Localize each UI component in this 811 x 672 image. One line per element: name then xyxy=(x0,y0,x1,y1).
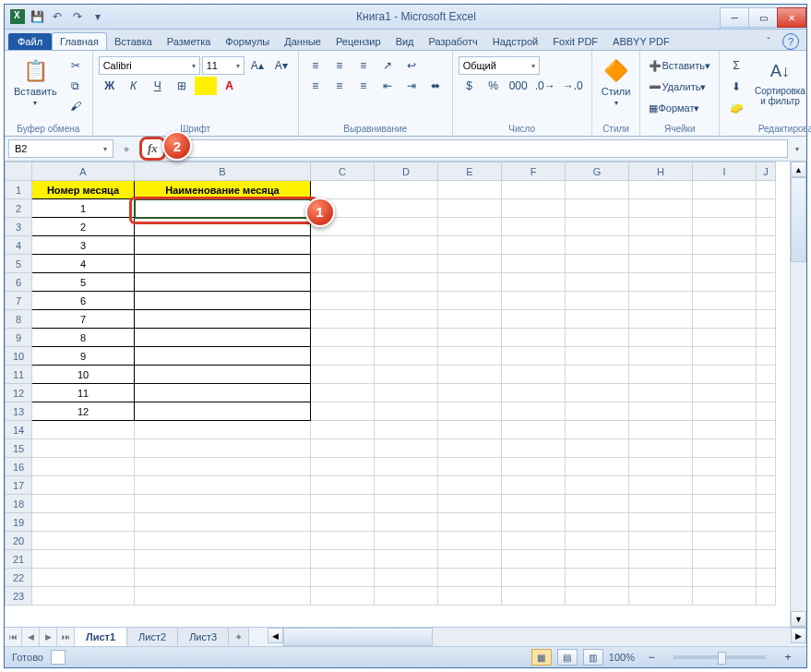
font-size-combo[interactable]: 11▾ xyxy=(202,56,244,75)
cell-J9[interactable] xyxy=(757,329,776,347)
cell-G19[interactable] xyxy=(566,513,629,532)
cell-J22[interactable] xyxy=(757,569,776,587)
cell-G18[interactable] xyxy=(566,495,629,513)
cell-H15[interactable] xyxy=(629,439,693,458)
cell-D11[interactable] xyxy=(375,366,438,384)
cell-J11[interactable] xyxy=(757,366,776,384)
cell-J10[interactable] xyxy=(757,347,776,366)
cell-C13[interactable] xyxy=(311,402,375,421)
cell-F3[interactable] xyxy=(502,218,566,236)
tab-developer[interactable]: Разработч xyxy=(422,33,485,50)
zoom-level[interactable]: 100% xyxy=(609,652,635,663)
cell-G13[interactable] xyxy=(566,402,629,421)
cell-C17[interactable] xyxy=(311,476,375,495)
percent-button[interactable]: % xyxy=(483,77,505,95)
cell-A1[interactable]: Номер месяца xyxy=(32,181,135,199)
cell-A17[interactable] xyxy=(32,476,135,495)
cell-C14[interactable] xyxy=(311,421,375,439)
cell-H23[interactable] xyxy=(629,587,693,606)
font-name-combo[interactable]: Calibri▾ xyxy=(99,56,200,75)
cell-I11[interactable] xyxy=(693,366,757,384)
cell-B3[interactable] xyxy=(135,218,311,236)
cell-H20[interactable] xyxy=(629,532,693,550)
insert-cells-button[interactable]: ➕ Вставить ▾ xyxy=(646,56,713,75)
currency-button[interactable]: $ xyxy=(459,77,481,95)
row-header-19[interactable]: 19 xyxy=(6,513,32,532)
cell-G17[interactable] xyxy=(566,476,629,495)
increase-decimal-button[interactable]: .0→ xyxy=(532,77,558,95)
cell-G7[interactable] xyxy=(566,292,629,310)
copy-button[interactable]: ⧉ xyxy=(65,77,87,95)
tab-addins[interactable]: Надстрой xyxy=(485,33,545,50)
align-right-button[interactable]: ≡ xyxy=(352,77,375,95)
cell-F10[interactable] xyxy=(502,347,566,366)
cell-D22[interactable] xyxy=(375,569,438,587)
cell-J5[interactable] xyxy=(757,255,776,273)
cell-F9[interactable] xyxy=(502,329,566,347)
number-format-combo[interactable]: Общий▾ xyxy=(459,56,540,75)
cell-A5[interactable]: 4 xyxy=(32,255,135,273)
cell-F23[interactable] xyxy=(502,587,566,606)
cell-E5[interactable] xyxy=(438,255,502,273)
cell-J18[interactable] xyxy=(757,495,776,513)
cell-B19[interactable] xyxy=(135,513,311,532)
row-header-2[interactable]: 2 xyxy=(6,199,32,218)
select-all-corner[interactable] xyxy=(6,162,32,181)
help-icon[interactable]: ? xyxy=(782,33,799,50)
cell-B8[interactable] xyxy=(135,310,311,329)
cell-J2[interactable] xyxy=(757,199,776,218)
cell-E7[interactable] xyxy=(438,292,502,310)
cell-B2[interactable] xyxy=(135,199,311,218)
cell-I10[interactable] xyxy=(693,347,757,366)
cell-I12[interactable] xyxy=(693,384,757,402)
cell-H17[interactable] xyxy=(629,476,693,495)
qat-redo[interactable]: ↷ xyxy=(69,8,86,25)
cell-C6[interactable] xyxy=(311,273,375,292)
sheet-nav-prev[interactable]: ◀ xyxy=(22,628,40,646)
cell-E20[interactable] xyxy=(438,532,502,550)
hscroll-thumb[interactable] xyxy=(283,628,433,646)
qat-undo[interactable]: ↶ xyxy=(49,8,66,25)
row-header-6[interactable]: 6 xyxy=(6,273,32,292)
cell-D15[interactable] xyxy=(375,439,438,458)
decrease-font-button[interactable]: A▾ xyxy=(270,56,292,75)
cell-D2[interactable] xyxy=(375,199,438,218)
row-header-20[interactable]: 20 xyxy=(6,532,32,550)
cell-D14[interactable] xyxy=(375,421,438,439)
sheet-nav-next[interactable]: ▶ xyxy=(40,628,57,646)
cell-H6[interactable] xyxy=(629,273,693,292)
decrease-decimal-button[interactable]: →.0 xyxy=(560,77,586,95)
cell-G23[interactable] xyxy=(566,587,629,606)
cell-F2[interactable] xyxy=(502,199,566,218)
qat-save[interactable]: 💾 xyxy=(29,8,45,25)
row-header-17[interactable]: 17 xyxy=(6,476,32,495)
cell-J20[interactable] xyxy=(757,532,776,550)
row-header-21[interactable]: 21 xyxy=(6,550,32,569)
cell-D1[interactable] xyxy=(375,181,438,199)
cell-C12[interactable] xyxy=(311,384,375,402)
cell-H5[interactable] xyxy=(629,255,693,273)
align-bottom-button[interactable]: ≡ xyxy=(352,56,375,75)
cell-A18[interactable] xyxy=(32,495,135,513)
cell-G15[interactable] xyxy=(566,439,629,458)
cell-F13[interactable] xyxy=(502,402,566,421)
col-header-C[interactable]: C xyxy=(311,162,375,181)
cell-A15[interactable] xyxy=(32,439,135,458)
tab-pagelayout[interactable]: Разметка xyxy=(160,33,219,50)
row-header-7[interactable]: 7 xyxy=(6,292,32,310)
tab-abbyy[interactable]: ABBYY PDF xyxy=(605,33,677,50)
cell-I20[interactable] xyxy=(693,532,757,550)
cell-I14[interactable] xyxy=(693,421,757,439)
cell-E13[interactable] xyxy=(438,402,502,421)
cell-B5[interactable] xyxy=(135,255,311,273)
qat-customize[interactable]: ▾ xyxy=(89,8,106,25)
window-close[interactable]: ✕ xyxy=(777,7,806,28)
cell-J21[interactable] xyxy=(757,550,776,569)
cell-A12[interactable]: 11 xyxy=(32,384,135,402)
cell-J12[interactable] xyxy=(757,384,776,402)
cell-J19[interactable] xyxy=(757,513,776,532)
cell-A20[interactable] xyxy=(32,532,135,550)
cell-F14[interactable] xyxy=(502,421,566,439)
col-header-A[interactable]: A xyxy=(32,162,135,181)
cell-F12[interactable] xyxy=(502,384,566,402)
